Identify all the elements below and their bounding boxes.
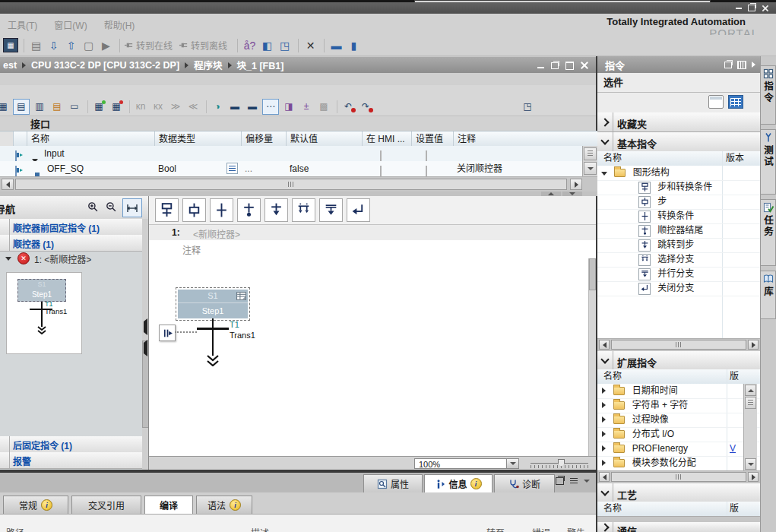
step-icon[interactable] <box>182 198 206 222</box>
editor-minimize-icon[interactable] <box>537 67 544 68</box>
mail-icon[interactable]: ▭ <box>67 100 82 114</box>
menu-window[interactable]: 窗口(W) <box>54 18 87 31</box>
communication-section[interactable]: 通信 <box>597 522 760 532</box>
overview-icon[interactable]: ▤ <box>13 99 30 115</box>
detach-icon[interactable]: ◳ <box>520 100 535 114</box>
sequence-title-row[interactable]: 1: <新顺控器> <box>149 225 596 240</box>
expand-icon[interactable] <box>602 416 606 423</box>
download-small-icon[interactable]: ◨ <box>281 100 296 114</box>
close-branch-icon[interactable] <box>347 198 370 222</box>
download-to-device-icon[interactable]: ⇩ <box>46 38 62 53</box>
delete-network-icon[interactable]: ▦ <box>109 100 124 114</box>
zoom-out-icon[interactable] <box>103 199 119 215</box>
inspector-list-icon[interactable] <box>570 478 578 485</box>
name-column[interactable]: 名称 <box>603 369 622 384</box>
window-b-icon[interactable]: ▬ <box>245 100 260 114</box>
tab-properties[interactable]: 属性 <box>363 474 423 492</box>
folder-item[interactable]: 分布式 I/O <box>597 427 760 442</box>
inspector-collapse-icon[interactable] <box>584 480 590 483</box>
panel-restore-icon[interactable] <box>724 62 732 68</box>
step-block[interactable]: S1 Step1 <box>178 290 248 318</box>
basic-instructions-section[interactable]: 基本指令 <box>597 132 760 152</box>
undo-icon[interactable]: ↶ <box>340 100 356 114</box>
simultaneous-branch-icon[interactable] <box>319 198 343 222</box>
comments-icon[interactable]: ⋯ <box>262 99 279 115</box>
version-column[interactable]: 版 <box>730 369 739 384</box>
sequence-end-icon[interactable] <box>237 198 261 222</box>
breadcrumb-project[interactable]: est <box>3 60 17 71</box>
sequencer-thumbnail[interactable]: S1 Step1 T1 Trans1 <box>6 272 82 354</box>
folder-item[interactable]: PROFIenergy V <box>597 442 760 457</box>
expand-icon[interactable] <box>602 402 606 408</box>
instruction-item[interactable]: 转换条件 <box>597 209 760 224</box>
col-hmi[interactable]: 在 HMI ... <box>363 131 412 147</box>
col-default[interactable]: 默认值 <box>287 131 363 147</box>
snapshot-icon[interactable]: ± <box>299 100 314 114</box>
instruction-item[interactable]: 选择分支 <box>597 252 760 268</box>
restore-icon[interactable] <box>748 5 755 11</box>
post-instructions-section[interactable]: 后固定指令 (1) <box>0 436 149 453</box>
menu-tools[interactable]: 工具(T) <box>8 18 37 31</box>
folder-item[interactable]: 过程映像 <box>597 413 760 428</box>
instruction-item[interactable]: 顺控器结尾 <box>597 223 760 239</box>
expand-icon[interactable] <box>602 460 606 466</box>
splitter-collapse-icon[interactable] <box>144 321 147 332</box>
rewire-icon[interactable]: ĸx <box>150 100 166 114</box>
addresses-icon[interactable]: ▤ <box>49 100 65 114</box>
insert-network-icon[interactable]: ▦ <box>91 100 106 114</box>
version-column[interactable]: 版本 <box>726 151 744 166</box>
table-vertical-scrollbar[interactable] <box>582 146 597 178</box>
close-icon[interactable] <box>762 5 768 11</box>
name-column[interactable]: 名称 <box>603 151 622 166</box>
subtab-crossref[interactable]: 交叉引用 <box>71 496 141 514</box>
editor-close-icon[interactable] <box>581 62 588 69</box>
step-and-transition-icon[interactable] <box>155 198 179 222</box>
zoom-dropdown-icon[interactable] <box>506 458 519 469</box>
version-link[interactable]: V <box>730 442 736 456</box>
go-online-button[interactable]: 转到在线 <box>136 39 173 52</box>
favorites-section[interactable]: 收藏夹 <box>597 112 760 132</box>
expand-icon[interactable] <box>602 388 606 394</box>
folder-item[interactable]: 模块参数化分配 <box>597 456 760 471</box>
col-offset[interactable]: 偏移量 <box>242 131 287 147</box>
show-window-icon[interactable]: ◧ <box>259 38 275 53</box>
split-editor-vertical-icon[interactable]: ▮ <box>346 38 362 53</box>
restore-window-icon[interactable]: ◳ <box>277 38 293 53</box>
sequence-comment[interactable]: 注释 <box>182 243 201 256</box>
accessible-devices-icon[interactable]: å? <box>242 38 258 53</box>
subtab-general[interactable]: 常规 i <box>3 496 68 514</box>
editor-restore-icon[interactable] <box>551 62 559 69</box>
folder-item[interactable]: 字符串 + 字符 <box>597 398 760 413</box>
editor-maximize-icon[interactable] <box>565 62 574 70</box>
table-view-button[interactable] <box>728 95 743 109</box>
float-view-button[interactable] <box>708 95 724 109</box>
minimize-icon[interactable] <box>736 8 742 9</box>
name-column[interactable]: 名称 <box>603 502 622 516</box>
graph-structures-folder[interactable]: 图形结构 <box>597 166 760 181</box>
table-row[interactable]: Input <box>0 146 582 161</box>
datatype-dropdown-button[interactable] <box>226 163 238 174</box>
zoom-combobox[interactable]: 100% <box>414 458 507 469</box>
version-column[interactable]: 版 <box>730 502 739 516</box>
instruction-item[interactable]: 步 <box>597 195 760 210</box>
extended-vertical-scrollbar[interactable] <box>743 384 757 470</box>
start-simulation-icon[interactable]: ▢ <box>81 38 97 53</box>
transition-condition-button[interactable] <box>159 325 176 341</box>
step-detail-grid-icon[interactable] <box>236 292 246 300</box>
window-a-icon[interactable]: ▬ <box>227 100 242 114</box>
sequencers-section[interactable]: 顺控器 (1) <box>0 235 149 252</box>
expand-icon[interactable] <box>602 445 606 451</box>
go-offline-button[interactable]: 转到离线 <box>191 39 227 52</box>
alarms-section[interactable]: 报警 <box>0 452 149 469</box>
subtab-compile[interactable]: 编译 <box>144 496 193 514</box>
breadcrumb-block[interactable]: 块_1 [FB1] <box>237 58 284 72</box>
outdent-icon[interactable]: ≪ <box>185 100 201 114</box>
rename-icon[interactable]: ĸn <box>133 100 148 114</box>
inspector-restore-icon[interactable] <box>556 477 564 485</box>
tab-testing[interactable]: 测试 <box>761 129 776 195</box>
technology-section[interactable]: 工艺 <box>597 483 760 502</box>
graph-vertical-scrollbar[interactable] <box>588 258 596 456</box>
expand-icon[interactable] <box>602 431 606 437</box>
menu-help[interactable]: 帮助(H) <box>104 18 135 31</box>
library-compare-icon[interactable]: ▩ <box>316 100 331 114</box>
